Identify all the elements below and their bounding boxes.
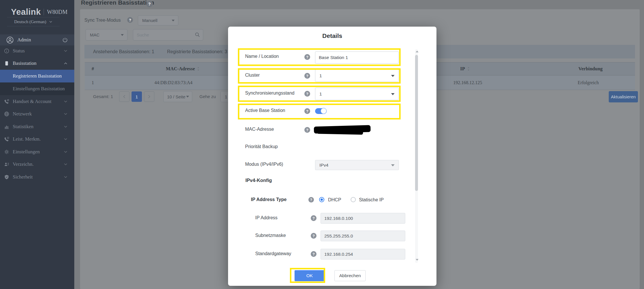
sidebar: Yealink W80DM Deutsch (German) Admin xyxy=(0,0,74,289)
cluster-help-icon[interactable]: ? xyxy=(304,73,310,79)
logo: Yealink W80DM xyxy=(0,0,74,17)
sidebar-item-label: Handset & Account xyxy=(13,99,64,104)
cluster-value: 1 xyxy=(319,73,322,78)
sidebar-item-statistiken[interactable]: Statistiken xyxy=(0,120,74,133)
sort-icon[interactable] xyxy=(197,67,200,71)
gear-icon xyxy=(4,149,9,154)
filter-value: MAC xyxy=(90,32,99,37)
goto-label: Gehe zu xyxy=(199,91,216,102)
page-help-icon[interactable]: ? xyxy=(146,1,153,7)
sidebar-item-label: Statistiken xyxy=(13,124,64,130)
caret-down-icon xyxy=(391,75,395,77)
active-base-help-icon[interactable]: ? xyxy=(304,108,310,114)
chart-bars-icon xyxy=(4,124,9,129)
sidebar-item-basisstation[interactable]: Basisstation xyxy=(0,57,74,70)
chevron-down-icon xyxy=(49,21,52,23)
mac-label: MAC-Adresse xyxy=(245,127,274,132)
static-ip-label: Statische IP xyxy=(359,197,384,203)
sync-level-help-icon[interactable]: ? xyxy=(304,91,310,97)
ip-type-label: IP Address Type xyxy=(251,197,286,202)
col-index: # xyxy=(92,62,94,75)
chevron-down-icon xyxy=(64,138,67,140)
name-location-help-icon[interactable]: ? xyxy=(304,54,310,60)
cluster-label: Cluster xyxy=(245,73,260,78)
col-mac[interactable]: MAC-Adresse xyxy=(157,62,209,75)
shield-icon xyxy=(4,174,9,180)
mode-value: IPv4 xyxy=(319,163,328,168)
language-label: Deutsch (German) xyxy=(14,19,46,24)
sidebar-subitem-einstellungen-basisstation[interactable]: Einstellungen Basisstation xyxy=(0,82,74,95)
dhcp-radio[interactable] xyxy=(319,197,324,202)
search-input[interactable] xyxy=(133,29,203,41)
admin-row[interactable]: Admin xyxy=(0,34,74,45)
chevron-down-icon xyxy=(64,50,67,52)
subnet-help-icon[interactable]: ? xyxy=(311,233,317,239)
mode-select: IPv4 xyxy=(315,160,399,170)
sidebar-subitem-label: Registrieren Basisstation xyxy=(13,73,62,79)
next-page-button[interactable] xyxy=(144,91,154,102)
mode-label: Modus (IPv4/IPv6) xyxy=(245,162,283,167)
total-count: Gesamt: 1 xyxy=(93,91,113,102)
yealink-logo: Yealink xyxy=(11,7,41,17)
ip-address-help-icon[interactable]: ? xyxy=(311,215,317,221)
name-location-input[interactable] xyxy=(315,51,399,64)
sort-icon[interactable] xyxy=(467,67,470,71)
sidebar-item-einstellungen[interactable]: Einstellungen xyxy=(0,146,74,158)
scroll-down-icon[interactable] xyxy=(416,259,419,261)
caret-down-icon xyxy=(391,164,395,166)
caret-down-icon xyxy=(172,20,175,21)
search-box xyxy=(133,29,203,41)
sidebar-item-leist-merkm[interactable]: Leist. Merkm. xyxy=(0,133,74,146)
base-station-icon xyxy=(4,61,9,66)
toggle-knob xyxy=(321,108,327,114)
details-modal: Details Name / Location ? Cluster ? 1 Sy… xyxy=(228,27,436,286)
chevron-down-icon xyxy=(64,151,67,153)
chevron-up-icon xyxy=(64,62,67,65)
sidebar-item-netzwerk[interactable]: Netzwerk xyxy=(0,108,74,121)
active-base-toggle[interactable] xyxy=(315,108,327,114)
sidebar-item-label: Status xyxy=(13,48,64,54)
power-icon[interactable] xyxy=(62,37,68,43)
page-size-select[interactable]: 10 / Seite xyxy=(163,91,192,102)
refresh-button[interactable]: Aktualisieren xyxy=(609,91,638,102)
sync-tree-label: Sync Tree-Modus xyxy=(84,18,121,23)
subnet-input xyxy=(321,231,405,241)
sidebar-subitem-registrieren-basisstation[interactable]: Registrieren Basisstation xyxy=(0,70,74,82)
cell-mac: 44:DB:D2:83:73:A4 xyxy=(147,76,199,90)
globe-icon xyxy=(4,111,9,117)
cell-index: 1 xyxy=(92,76,94,90)
sync-level-select[interactable]: 1 xyxy=(315,88,399,100)
sync-tree-select[interactable]: Manuell xyxy=(138,15,178,25)
current-page-button[interactable]: 1 xyxy=(132,91,142,102)
search-icon[interactable] xyxy=(195,32,200,38)
sidebar-item-label: Sicherheit xyxy=(13,174,64,180)
ip-type-help-icon[interactable]: ? xyxy=(308,197,314,203)
col-ip[interactable]: IP xyxy=(460,62,470,75)
sidebar-item-label: Netzwerk xyxy=(13,111,64,117)
sidebar-item-status[interactable]: Status xyxy=(0,45,74,57)
ip-address-label: IP Address xyxy=(255,215,277,220)
language-selector[interactable]: Deutsch (German) xyxy=(7,17,60,26)
gateway-help-icon[interactable]: ? xyxy=(311,251,317,257)
cell-connection: Erfolgreich xyxy=(571,76,606,90)
priority-backup-label: Priorität Backup xyxy=(245,144,278,149)
handset-account-icon xyxy=(4,99,9,104)
cancel-button[interactable]: Abbrechen xyxy=(334,270,366,281)
sidebar-item-sicherheit[interactable]: Sicherheit xyxy=(0,171,74,183)
caret-down-icon xyxy=(121,34,124,36)
phone-features-icon xyxy=(4,137,9,142)
scroll-up-icon[interactable] xyxy=(416,51,419,52)
sidebar-item-verzeichn[interactable]: Verzeichn. xyxy=(0,158,74,171)
mac-help-icon[interactable]: ? xyxy=(304,127,310,133)
cell-ip: 192.168.12.125 xyxy=(450,76,485,90)
chevron-down-icon xyxy=(64,126,67,128)
sync-tree-help-icon[interactable]: ? xyxy=(127,17,133,23)
sync-level-value: 1 xyxy=(319,91,322,97)
sidebar-item-handset-account[interactable]: Handset & Account xyxy=(0,95,74,108)
filter-select[interactable]: MAC xyxy=(86,29,127,41)
modal-scrollbar-thumb[interactable] xyxy=(415,55,418,191)
static-ip-radio[interactable] xyxy=(351,197,356,202)
ok-button[interactable]: OK xyxy=(295,270,325,281)
prev-page-button[interactable] xyxy=(119,91,129,102)
cluster-select[interactable]: 1 xyxy=(315,69,399,82)
